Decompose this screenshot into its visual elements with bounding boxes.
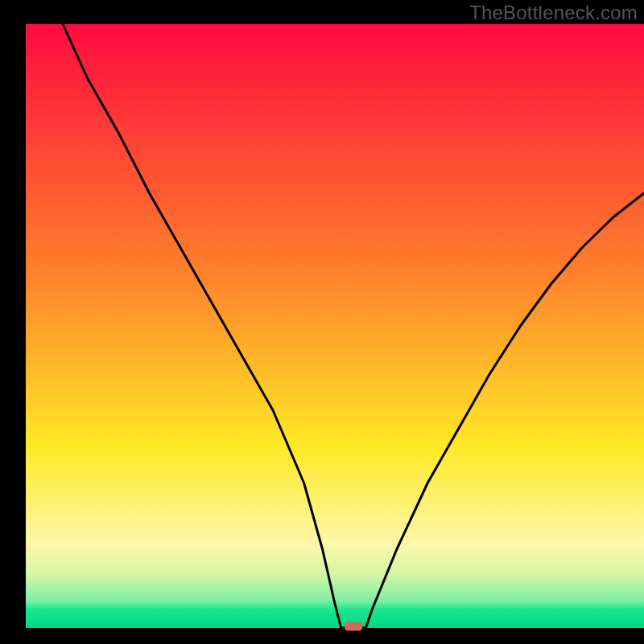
plot-background [26,24,644,628]
chart-stage: TheBottleneck.com [0,0,644,644]
bottleneck-plot [0,0,644,644]
optimum-marker [345,622,362,631]
watermark-text: TheBottleneck.com [469,2,638,24]
